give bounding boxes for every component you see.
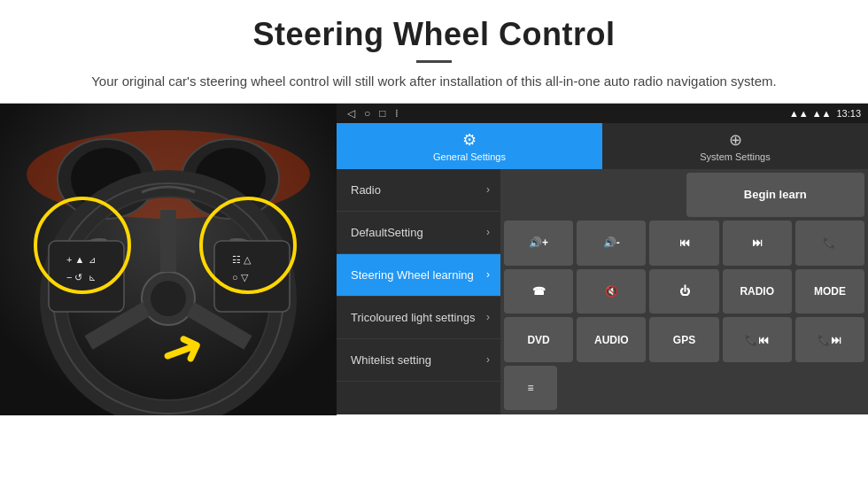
- audio-label: AUDIO: [594, 334, 629, 346]
- volume-down-button[interactable]: 🔊-: [577, 221, 646, 266]
- menu-item-radio[interactable]: Radio ›: [337, 169, 500, 212]
- menu-arrow-radio: ›: [486, 183, 490, 196]
- header-section: Steering Wheel Control Your original car…: [0, 0, 868, 103]
- tab-bar: ⚙ General Settings ⊕ System Settings: [337, 123, 868, 169]
- hangup-icon: ☎: [532, 285, 546, 298]
- right-control-panel: Begin learn 🔊+ 🔊- ⏮ ⏭: [500, 169, 868, 414]
- android-panel: ◁ ○ □ ⁞ ▲▲ ▲▲ 13:13 ⚙ General Settings ⊕…: [337, 104, 868, 414]
- left-menu: Radio › DefaultSetting › Steering Wheel …: [337, 169, 500, 414]
- tab-system-label: System Settings: [700, 151, 770, 162]
- hangup-button[interactable]: ☎: [504, 269, 573, 314]
- phone-next-button[interactable]: 📞⏭: [795, 317, 864, 362]
- mute-icon: 🔇: [605, 285, 618, 298]
- nav-back-icon[interactable]: ◁: [347, 107, 355, 120]
- status-time: 13:13: [836, 108, 861, 119]
- empty-cell-1: [504, 173, 683, 218]
- android-content: Radio › DefaultSetting › Steering Wheel …: [337, 169, 868, 414]
- status-bar: ◁ ○ □ ⁞ ▲▲ ▲▲ 13:13: [337, 104, 868, 123]
- menu-radio-label: Radio: [351, 183, 381, 197]
- volume-down-icon: 🔊-: [603, 236, 620, 249]
- begin-learn-button[interactable]: Begin learn: [686, 173, 865, 218]
- nav-more-icon[interactable]: ⁞: [395, 107, 399, 120]
- prev-track-icon: ⏮: [679, 236, 690, 249]
- mode-label: MODE: [814, 285, 846, 298]
- menu-item-steering-wheel[interactable]: Steering Wheel learning ›: [337, 254, 500, 297]
- control-row-5: ≡: [504, 366, 864, 411]
- menu-item-whitelist[interactable]: Whitelist setting ›: [337, 339, 500, 382]
- highlight-circle-left: [34, 197, 131, 294]
- tab-general-label: General Settings: [433, 151, 506, 162]
- phone-next-icon: 📞⏭: [818, 334, 841, 346]
- menu-whitelist-label: Whitelist setting: [351, 353, 431, 367]
- title-divider: [416, 60, 452, 63]
- mute-button[interactable]: 🔇: [577, 269, 646, 314]
- general-settings-icon: ⚙: [462, 130, 477, 150]
- signal-icon: ▲▲: [812, 108, 832, 119]
- nav-home-icon[interactable]: ○: [364, 107, 370, 120]
- subtitle-text: Your original car's steering wheel contr…: [53, 72, 815, 92]
- phone-prev-button[interactable]: 📞⏮: [723, 317, 792, 362]
- control-row-4: DVD AUDIO GPS 📞⏮ 📞⏭: [504, 317, 864, 362]
- volume-up-button[interactable]: 🔊+: [504, 221, 573, 266]
- phone-prev-icon: 📞⏮: [745, 334, 769, 346]
- menu-arrow-steering: ›: [486, 268, 490, 281]
- radio-label: RADIO: [740, 285, 774, 298]
- control-row-2: 🔊+ 🔊- ⏮ ⏭ 📞: [504, 221, 864, 266]
- list-icon: ≡: [527, 382, 533, 394]
- gps-button[interactable]: GPS: [649, 317, 718, 362]
- phone-icon: 📞: [823, 236, 836, 249]
- content-area: + ▲ − ↺ ⊿ ⊾ ☷ △ ○ ▽ ➜ ◁ ○ □ ⁞ ▲▲: [0, 103, 868, 414]
- dvd-label: DVD: [527, 334, 549, 346]
- svg-point-10: [151, 281, 186, 316]
- menu-default-label: DefaultSetting: [351, 226, 423, 239]
- volume-up-icon: 🔊+: [529, 236, 548, 249]
- menu-item-tricoloured[interactable]: Tricoloured light settings ›: [337, 297, 500, 339]
- prev-track-button[interactable]: ⏮: [649, 221, 718, 266]
- power-button[interactable]: ⏻: [649, 269, 718, 314]
- phone-button[interactable]: 📞: [795, 221, 864, 266]
- menu-tricoloured-label: Tricoloured light settings: [351, 311, 475, 324]
- control-row-3: ☎ 🔇 ⏻ RADIO MODE: [504, 269, 864, 314]
- tab-general-settings[interactable]: ⚙ General Settings: [337, 123, 602, 169]
- mode-button[interactable]: MODE: [795, 269, 864, 314]
- gps-label: GPS: [673, 334, 695, 346]
- audio-button[interactable]: AUDIO: [577, 317, 646, 362]
- next-track-icon: ⏭: [752, 236, 763, 249]
- menu-arrow-default: ›: [486, 226, 490, 238]
- control-row-1: Begin learn: [504, 173, 864, 218]
- tab-system-settings[interactable]: ⊕ System Settings: [602, 123, 868, 169]
- steering-wheel-image: + ▲ − ↺ ⊿ ⊾ ☷ △ ○ ▽ ➜: [0, 104, 337, 415]
- radio-button[interactable]: RADIO: [723, 269, 792, 314]
- menu-arrow-whitelist: ›: [486, 353, 490, 366]
- highlight-circle-right: [199, 197, 297, 294]
- system-settings-icon: ⊕: [729, 130, 742, 150]
- nav-recent-icon[interactable]: □: [379, 107, 385, 120]
- nav-buttons: ◁ ○ □ ⁞: [347, 107, 399, 120]
- dvd-button[interactable]: DVD: [504, 317, 573, 362]
- menu-steering-label: Steering Wheel learning: [351, 268, 474, 282]
- menu-arrow-tricoloured: ›: [486, 311, 490, 323]
- page-title: Steering Wheel Control: [53, 16, 815, 53]
- wifi-icon: ▲▲: [789, 108, 809, 119]
- next-track-button[interactable]: ⏭: [723, 221, 792, 266]
- power-icon: ⏻: [679, 285, 690, 298]
- menu-item-default-setting[interactable]: DefaultSetting ›: [337, 212, 500, 254]
- list-button[interactable]: ≡: [504, 366, 557, 411]
